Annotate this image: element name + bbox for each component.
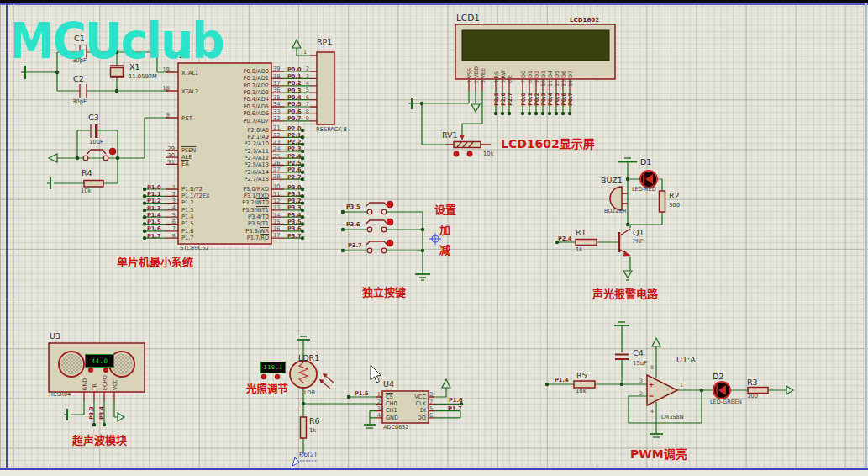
- pin-num: 9: [302, 115, 309, 122]
- pin-num: 12: [273, 198, 285, 204]
- net-label: P2.7: [287, 174, 308, 181]
- lcd-pin: D2 9 P0.2: [533, 59, 539, 113]
- pin-num: 8: [650, 365, 654, 370]
- pin-num: 27: [273, 167, 285, 173]
- pin-num: 18: [158, 84, 170, 93]
- r1-value: 1k: [576, 247, 582, 253]
- wire-tag-r6[interactable]: R6(2): [299, 452, 317, 458]
- caption-light: 光照调节: [246, 383, 288, 395]
- pin-num: 30: [161, 152, 175, 159]
- net-label: P3.1: [287, 191, 308, 198]
- mcu-p0-names: P0.0/AD0P0.1/AD1P0.2/AD2P0.3/AD3P0.4/AD4…: [200, 68, 269, 124]
- canvas-right-border: [865, 3, 867, 476]
- ldr-sensor[interactable]: [290, 361, 334, 389]
- caption-key-minus: 减: [439, 245, 450, 257]
- net-label: P2.3: [287, 145, 308, 152]
- resistor-r1: [576, 240, 597, 246]
- pin-num: 34: [273, 101, 285, 108]
- pin-name: P0.4/AD4: [200, 96, 269, 103]
- pin-name: P0.3/AD3: [200, 89, 269, 96]
- pin-num: 3: [165, 198, 176, 204]
- opamp-u1a[interactable]: [647, 375, 677, 405]
- pin-num: 7: [429, 399, 438, 405]
- net-label: P2.4: [558, 236, 572, 242]
- u1-ref: U1:A: [676, 356, 696, 364]
- u4-left-nums: 1234: [372, 391, 381, 419]
- ldr-dec-dot[interactable]: [261, 374, 266, 379]
- pin-num: 2: [639, 391, 643, 396]
- pin-name: P2.1/A9: [200, 134, 269, 140]
- net-label: P2.1: [287, 132, 308, 139]
- pin-num: 21: [273, 124, 285, 131]
- r5-value: 10k: [576, 389, 587, 394]
- pin-num: 8: [165, 233, 176, 240]
- lcd-pin: RS 4 P2.5: [492, 59, 499, 113]
- r3-value: 100: [747, 394, 758, 399]
- pin-name: P3.5/T1: [200, 220, 269, 227]
- schematic-canvas[interactable]: C1 30pF C2 30pF X1 11.0592M C3 10uF R4 1…: [0, 0, 868, 476]
- r4-value: 10k: [81, 188, 92, 194]
- mcu-p0-nums: 3938373635343332: [273, 66, 285, 122]
- pin-num: 3: [639, 378, 643, 383]
- buz1-ref: BUZ1: [601, 177, 623, 185]
- ldr-inc-dot[interactable]: [275, 374, 280, 379]
- resistor-r4: [84, 181, 103, 188]
- power-up-icon: [292, 40, 301, 48]
- pin-num: 3: [372, 405, 381, 412]
- net-label: P3.4: [97, 406, 104, 425]
- net-label: P3.4: [287, 212, 308, 219]
- r6-ref: R6: [309, 417, 320, 426]
- lcd-pin: D4 11 P0.4: [546, 59, 553, 113]
- pin-num: 15: [273, 219, 285, 225]
- ground-icon: [364, 425, 376, 428]
- pin-num: 36: [273, 87, 285, 93]
- rp1-pin1-num: 1: [303, 48, 307, 56]
- lcd-ref: LCD1: [456, 13, 480, 22]
- led-d2[interactable]: [713, 382, 730, 399]
- pin-num: 22: [273, 132, 285, 139]
- net-label: P1.7: [147, 233, 164, 240]
- window-bottom-strip: [0, 470, 868, 476]
- pin-num: 2: [372, 399, 381, 405]
- reset-circuit[interactable]: [47, 118, 168, 189]
- pin-name: P3.7/RD: [200, 235, 269, 241]
- canvas-top-border: [0, 3, 868, 5]
- key-circuit[interactable]: [341, 201, 430, 280]
- ground-icon: [415, 274, 430, 280]
- u4-right-names: VCCCLKDIDO: [400, 394, 426, 421]
- lcd-pin: D5 12 P0.5: [553, 59, 560, 113]
- pin-name: VCC: [109, 368, 119, 390]
- c4-ref: C4: [633, 349, 644, 357]
- led-d1[interactable]: [640, 171, 657, 188]
- ldr-ref: LDR1: [298, 354, 319, 362]
- mouse-cursor-icon: [371, 365, 381, 383]
- light-readout: 118.1: [260, 362, 286, 373]
- pot-dec-dot[interactable]: [454, 151, 459, 156]
- pin-num: 4: [165, 204, 176, 211]
- r1-ref: R1: [576, 229, 587, 237]
- net-label: P1.3: [147, 205, 164, 212]
- resistor-r2: [660, 191, 665, 212]
- pot-inc-dot[interactable]: [467, 151, 472, 156]
- pin-num: 23: [273, 139, 285, 145]
- lcd-pin: D3 10 P0.3: [539, 59, 546, 113]
- lcd-pin-group-ctrl: RS 4 P2.5 RW 5 P2.6 E 6 P2.7: [492, 59, 513, 113]
- resistor-r5: [574, 381, 595, 388]
- lcd-pin: D6 13 P0.6: [560, 59, 566, 113]
- buzzer-buz1[interactable]: [610, 187, 628, 210]
- mcu-left-ctrl-nums: 293031: [161, 145, 175, 167]
- pin-name: CLK: [400, 400, 426, 407]
- pin-num: 8: [302, 108, 309, 115]
- r4-ref: R4: [82, 169, 92, 177]
- pin-num: 25: [273, 153, 285, 160]
- pin-name-xtal2: XTAL2: [181, 87, 198, 96]
- transistor-q1[interactable]: [619, 229, 630, 257]
- caption-mcu-system: 单片机最小系统: [117, 257, 193, 268]
- capacitor-c2: [80, 84, 87, 98]
- r2-value: 300: [669, 203, 680, 209]
- pin-name: P2.4/A12: [200, 155, 269, 161]
- pin-name: P2.2/A10: [200, 140, 269, 147]
- u4-right-nums: 8756: [429, 391, 438, 419]
- r3-ref: R3: [747, 378, 758, 387]
- power-right-icon: [118, 413, 124, 421]
